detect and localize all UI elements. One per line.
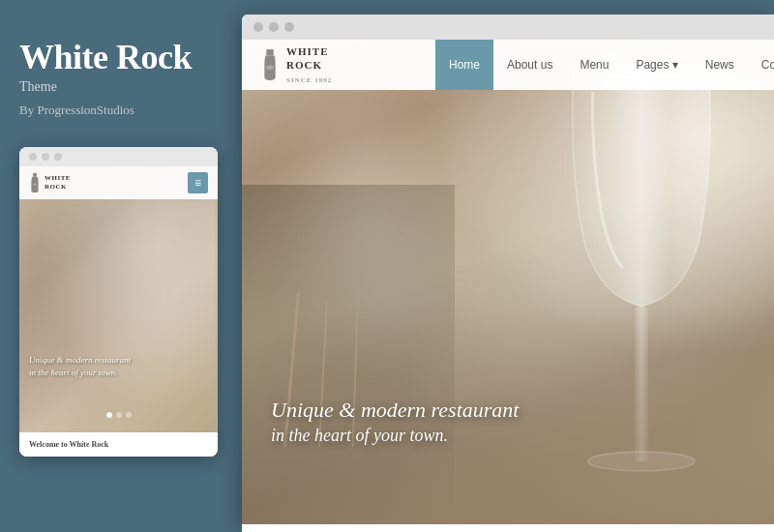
mobile-logo-text: WHITE ROCK [45, 174, 71, 191]
svg-rect-5 [266, 49, 274, 56]
browser-dot-2 [269, 22, 279, 32]
theme-title: White Rock [19, 39, 218, 77]
mobile-welcome-text: Welcome to White Rock [29, 440, 208, 449]
hero-photo [242, 40, 774, 524]
desktop-nav: WHITE ROCK SINCE 1992 Home About us Menu… [242, 40, 774, 90]
desktop-bottle-icon [261, 49, 279, 80]
mobile-slide-dots [19, 412, 218, 418]
mobile-nav: WHITE ROCK ≡ [19, 166, 218, 199]
nav-contact[interactable]: Contact [748, 40, 774, 90]
browser-dot-1 [253, 22, 263, 32]
desktop-logo: WHITE ROCK SINCE 1992 [242, 40, 435, 93]
desktop-nav-links: Home About us Menu Pages ▾ News Contact [435, 40, 774, 90]
mobile-preview: WHITE ROCK ≡ Unique & modern restaurant … [19, 147, 218, 457]
mobile-hero [19, 166, 218, 437]
slide-dot-2[interactable] [116, 412, 122, 418]
nav-news[interactable]: News [692, 40, 748, 90]
nav-home[interactable]: Home [435, 40, 493, 90]
hero-tagline-line1: Unique & modern restaurant [271, 397, 519, 425]
theme-subtitle: Theme [19, 79, 218, 95]
mobile-tagline: Unique & modern restaurant in the heart … [29, 354, 208, 378]
theme-title-area: White Rock Theme By ProgressionStudios [0, 0, 237, 137]
left-panel: White Rock Theme By ProgressionStudios [0, 0, 237, 532]
mobile-logo: WHITE ROCK [29, 173, 71, 192]
mobile-dot-2 [42, 153, 49, 161]
hero-tagline: Unique & modern restaurant in the heart … [271, 397, 519, 447]
mobile-bottom-section: Welcome to White Rock [19, 432, 218, 457]
browser-content: WHITE ROCK SINCE 1992 Home About us Menu… [242, 40, 774, 524]
nav-about[interactable]: About us [493, 40, 566, 90]
photo-simulation [242, 40, 774, 524]
desktop-logo-text: WHITE ROCK SINCE 1992 [286, 44, 332, 86]
browser-dot-3 [284, 22, 294, 32]
svg-point-1 [33, 183, 38, 186]
mobile-dot-1 [29, 153, 37, 161]
nav-menu[interactable]: Menu [566, 40, 622, 90]
theme-author: By ProgressionStudios [19, 103, 218, 118]
mobile-bottle-icon [29, 173, 41, 192]
svg-rect-0 [33, 173, 37, 177]
mobile-menu-button[interactable]: ≡ [188, 172, 208, 193]
slide-dot-3[interactable] [126, 412, 132, 418]
hero-tagline-line2: in the heart of your town. [271, 425, 519, 447]
mobile-dot-3 [54, 153, 62, 161]
mobile-photo-bg [19, 166, 218, 437]
desktop-preview: WHITE ROCK SINCE 1992 Home About us Menu… [242, 15, 774, 532]
mobile-content: WHITE ROCK ≡ Unique & modern restaurant … [19, 166, 218, 437]
slide-dot-active[interactable] [106, 412, 112, 418]
svg-point-6 [266, 65, 274, 70]
title-text: White Rock [19, 38, 192, 76]
desktop-browser-bar [242, 15, 774, 40]
mobile-browser-bar [19, 147, 218, 166]
nav-pages[interactable]: Pages ▾ [622, 40, 691, 90]
